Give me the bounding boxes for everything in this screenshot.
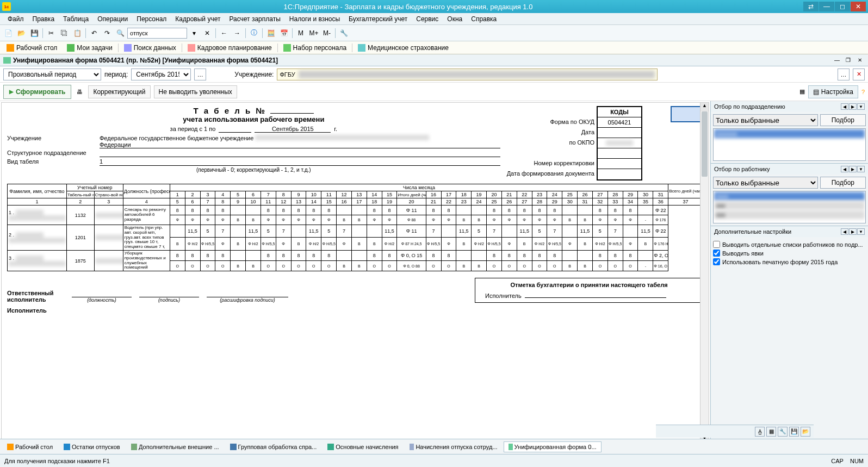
doc-close-button[interactable]: ✕ [855, 56, 865, 65]
document-title: Унифицированная форма 0504421 (пр. №52н)… [13, 57, 832, 64]
nav-recruit[interactable]: Набор персонала [279, 43, 351, 53]
menu-service[interactable]: Сервис [412, 14, 443, 24]
filter-icon[interactable]: ▦ [766, 427, 776, 437]
window-switch-button[interactable]: ⇄ [803, 2, 819, 11]
report-vscrollbar[interactable]: ▲▼ [700, 103, 709, 444]
main-menubar: Файл Правка Таблица Операции Персонал Ка… [0, 13, 868, 25]
check-option-2[interactable]: Использовать печатную форму 2015 года [713, 258, 866, 265]
nav-medical[interactable]: Медицинское страхование [354, 43, 453, 53]
search-dropdown-icon[interactable]: ▾ [188, 27, 200, 39]
report-subtitle: учета использования рабочего времени [7, 115, 500, 123]
window-maximize-button[interactable]: ◻ [835, 2, 850, 11]
doc-restore-button[interactable]: ❐ [844, 56, 853, 65]
taskbar-item-0[interactable]: Рабочий стол [2, 441, 58, 452]
blank-field-box[interactable] [671, 106, 703, 122]
codes-table: Форма по ОКУД Дата по ОКПО Номер коррект… [507, 106, 642, 180]
menu-payroll[interactable]: Расчет зарплаты [225, 14, 284, 24]
menu-windows[interactable]: Окна [443, 14, 467, 24]
menu-personnel[interactable]: Персонал [132, 14, 171, 24]
tool-help-icon[interactable]: ⓘ [248, 27, 260, 39]
taskbar-item-6[interactable]: Унифицированная форма 0... [504, 441, 602, 452]
correcting-button[interactable]: Корректирующий [88, 85, 150, 98]
employee-list[interactable]: xxxxxxxxxx [713, 191, 866, 223]
font-icon[interactable]: A̲ [755, 427, 765, 437]
tool-cut-icon[interactable]: ✂ [45, 27, 57, 39]
tool-forward-icon[interactable]: → [231, 27, 243, 39]
tool-save-icon[interactable]: 💾 [28, 27, 40, 39]
save-settings-icon[interactable]: 💾 [789, 427, 799, 437]
help-circle-icon[interactable]: ? [861, 89, 865, 95]
hide-dismissed-button[interactable]: Не выводить уволенных [154, 85, 237, 98]
menu-operations[interactable]: Операции [93, 14, 132, 24]
search-clear-icon[interactable]: ✕ [201, 27, 213, 39]
menu-table[interactable]: Таблица [59, 14, 93, 24]
menu-edit[interactable]: Правка [28, 14, 59, 24]
employee-pick-button[interactable]: Подбор [820, 177, 866, 189]
tool-mminus-button[interactable]: M- [321, 27, 333, 39]
tool-paste-icon[interactable]: 📋 [71, 27, 83, 39]
menu-help[interactable]: Справка [467, 14, 501, 24]
period-mode-select[interactable]: Произвольный период [3, 69, 101, 80]
tool-find-icon[interactable]: 🔍 [114, 27, 126, 39]
grid-icon[interactable]: ▦ [799, 88, 805, 95]
statusbar: Для получения подсказки нажмите F1 CAPNU… [0, 454, 868, 467]
tool-copy-icon[interactable]: ⿻ [58, 27, 70, 39]
nav-desktop[interactable]: Рабочий стол [2, 43, 61, 53]
nav-toolbar: Рабочий стол Мои задачи Поиск данных Кад… [0, 41, 868, 54]
subdiv-list[interactable]: xxxxxxx [713, 128, 866, 161]
check-option-1[interactable]: Выводить явки [713, 250, 866, 257]
subdiv-mode-select[interactable]: Только выбранные [713, 114, 818, 126]
wrench-icon[interactable]: 🔧 [778, 427, 788, 437]
menu-file[interactable]: Файл [3, 14, 28, 24]
nav-planning[interactable]: Кадровое планирование [183, 43, 276, 53]
tool-settings-icon[interactable]: 🔧 [338, 27, 350, 39]
org-field[interactable]: ФГБУ [277, 69, 658, 80]
tool-back-icon[interactable]: ← [218, 27, 230, 39]
document-icon [3, 57, 11, 64]
doc-minimize-button[interactable]: — [832, 56, 842, 65]
nav-tasks[interactable]: Мои задачи [63, 43, 116, 53]
panel-right-icon[interactable]: ▶ [849, 103, 857, 110]
check-option-0[interactable]: Выводить отдельные списки работников по … [713, 241, 866, 248]
tool-calendar-icon[interactable]: 📅 [278, 27, 290, 39]
taskbar-item-4[interactable]: Основные начисления [323, 441, 403, 452]
panel-left-icon[interactable]: ◀ [841, 103, 848, 110]
tool-new-icon[interactable]: 📄 [2, 27, 14, 39]
menu-taxes[interactable]: Налоги и взносы [285, 14, 344, 24]
taskbar-item-2[interactable]: Дополнительные внешние ... [126, 441, 224, 452]
taskbar-item-3[interactable]: Групповая обработка спра... [225, 441, 322, 452]
settings-button[interactable]: ▤ Настройка [808, 85, 858, 98]
tool-calc-icon[interactable]: 🧮 [265, 27, 277, 39]
org-picker-button[interactable]: … [838, 69, 850, 80]
load-settings-icon[interactable]: 📂 [801, 427, 810, 437]
filter-employee-title: Отбор по работнику [714, 166, 841, 172]
period-month-select[interactable]: Сентябрь 2015 [131, 69, 191, 80]
tool-m-button[interactable]: M [295, 27, 307, 39]
main-toolbar: 📄 📂 💾 ✂ ⿻ 📋 ↶ ↷ 🔍 ▾ ✕ ← → ⓘ 🧮 📅 M M+ M- … [0, 25, 868, 41]
employee-mode-select[interactable]: Только выбранные [713, 177, 818, 189]
tool-undo-icon[interactable]: ↶ [88, 27, 100, 39]
additional-settings-title: Дополнительные настройки [714, 228, 841, 235]
tool-redo-icon[interactable]: ↷ [101, 27, 113, 39]
nav-search[interactable]: Поиск данных [120, 43, 181, 53]
signature-area: Ответственный исполнитель (должность) (п… [7, 278, 703, 303]
menu-accounting[interactable]: Бухгалтерский учет [344, 14, 412, 24]
window-close-button[interactable]: ✕ [851, 2, 866, 11]
filter-subdiv-title: Отбор по подразделению [714, 103, 841, 110]
search-input[interactable] [127, 28, 187, 39]
menu-hr[interactable]: Кадровый учет [171, 14, 225, 24]
print-icon[interactable]: 🖶 [75, 86, 85, 97]
period-picker-button[interactable]: … [194, 69, 206, 80]
panel-collapse-icon[interactable]: ▼ [857, 103, 865, 110]
period-row: Произвольный период период: Сентябрь 201… [0, 66, 868, 83]
window-minimize-button[interactable]: — [819, 2, 834, 11]
window-title: 1С:Предприятие - Зарплата и кадры бюджет… [13, 3, 803, 11]
subdiv-pick-button[interactable]: Подбор [820, 114, 866, 126]
tool-mplus-button[interactable]: M+ [308, 27, 320, 39]
taskbar-item-5[interactable]: Начисления отпуска сотруд... [405, 441, 503, 452]
org-clear-button[interactable]: ✕ [853, 69, 865, 80]
generate-button[interactable]: Сформировать [3, 85, 71, 99]
org-label: Учреждение: [234, 71, 274, 78]
tool-open-icon[interactable]: 📂 [15, 27, 27, 39]
taskbar-item-1[interactable]: Остатки отпусков [59, 441, 125, 452]
